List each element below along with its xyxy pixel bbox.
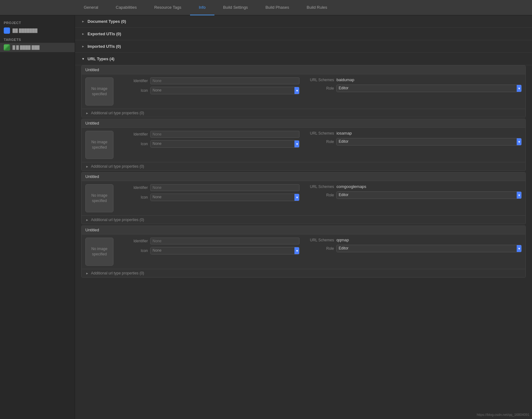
section-imported-utis[interactable]: ► Imported UTIs (0) [75, 40, 532, 53]
identifier-input-3[interactable] [150, 238, 299, 244]
url-type-header-3: Untitled [82, 226, 525, 234]
additional-props-arrow-1: ► [85, 165, 89, 168]
role-select-3[interactable]: Editor ▼ [336, 245, 522, 252]
main-layout: PROJECT ██ ███████ TARGETS █ █ ████ ███ … [0, 15, 532, 419]
right-fields-3: URL Schemes qqmap Role Editor ▼ [306, 238, 522, 254]
left-fields-3: Identifier Icon None ▼ [120, 238, 299, 254]
url-type-header-1: Untitled [82, 119, 525, 128]
targets-section-label: TARGETS [0, 35, 75, 43]
section-document-types[interactable]: ► Document Types (0) [75, 15, 532, 28]
left-fields-0: Identifier Icon None ▼ [120, 77, 299, 94]
role-row-0: Role Editor ▼ [306, 85, 522, 92]
icon-select-1[interactable]: None ▼ [150, 140, 299, 148]
url-type-header-0: Untitled [82, 66, 525, 74]
icon-select-arrow-1: ▼ [294, 140, 299, 147]
urlschemes-row-0: URL Schemes baidumap [306, 77, 522, 82]
section-exported-utis[interactable]: ► Exported UTIs (0) [75, 28, 532, 40]
tab-build-settings[interactable]: Build Settings [214, 0, 257, 15]
identifier-label-2: Identifier [120, 185, 148, 190]
urlschemes-row-3: URL Schemes qqmap [306, 238, 522, 242]
right-fields-0: URL Schemes baidumap Role Editor ▼ [306, 77, 522, 94]
additional-props-arrow-0: ► [85, 111, 89, 115]
icon-row-1: Icon None ▼ [120, 140, 299, 148]
role-label-2: Role [306, 193, 334, 197]
additional-props-label-3: Additional url type properties (0) [91, 271, 144, 275]
identifier-label-1: Identifier [120, 132, 148, 136]
tab-info[interactable]: Info [190, 0, 214, 15]
role-select-text-1: Editor [337, 138, 517, 145]
role-row-3: Role Editor ▼ [306, 245, 522, 252]
additional-props-2[interactable]: ► Additional url type properties (0) [82, 215, 525, 224]
url-type-entry-2: Untitled No image specified Identifier I… [81, 172, 526, 224]
url-type-body-2: No image specified Identifier Icon None [82, 181, 525, 215]
urlschemes-value-2: comgooglemaps [336, 184, 366, 189]
tab-general[interactable]: General [75, 0, 107, 15]
additional-props-label-0: Additional url type properties (0) [91, 111, 144, 115]
url-type-entry-3: Untitled No image specified Identifier I… [81, 225, 526, 278]
role-select-text-3: Editor [337, 245, 517, 252]
urlschemes-row-2: URL Schemes comgooglemaps [306, 184, 522, 189]
role-select-text-0: Editor [337, 85, 517, 92]
identifier-row-2: Identifier [120, 184, 299, 191]
section-title-url-types: URL Types (4) [88, 57, 114, 61]
fields-group-1: Identifier Icon None ▼ [120, 131, 522, 148]
project-icon [4, 27, 10, 34]
identifier-input-1[interactable] [150, 131, 299, 138]
role-label-1: Role [306, 140, 334, 144]
identifier-input-2[interactable] [150, 184, 299, 191]
url-type-body-1: No image specified Identifier Icon None [82, 128, 525, 162]
project-name: ██ ███████ [13, 28, 38, 33]
role-select-2[interactable]: Editor ▼ [336, 191, 522, 199]
image-placeholder-1: No image specified [85, 131, 113, 159]
sidebar-item-target[interactable]: █ █ ████ ███ [0, 43, 75, 52]
tab-bar: General Capabilities Resource Tags Info … [0, 0, 532, 15]
icon-label-2: Icon [120, 195, 148, 200]
icon-select-2[interactable]: None ▼ [150, 194, 299, 201]
additional-props-arrow-2: ► [85, 218, 89, 222]
url-type-header-2: Untitled [82, 172, 525, 181]
section-url-types[interactable]: ▼ URL Types (4) [75, 53, 532, 65]
identifier-input-0[interactable] [150, 77, 299, 84]
icon-select-text-3: None [151, 247, 294, 254]
identifier-row-1: Identifier [120, 131, 299, 138]
icon-select-text-1: None [151, 140, 294, 147]
disclosure-arrow-imported-utis: ► [81, 45, 85, 48]
icon-select-arrow-2: ▼ [294, 194, 299, 201]
tab-build-phases[interactable]: Build Phases [257, 0, 298, 15]
identifier-row-0: Identifier [120, 77, 299, 84]
url-type-body-0: No image specified Identifier Icon None [82, 74, 525, 109]
icon-select-text-0: None [151, 87, 294, 94]
tab-capabilities[interactable]: Capabilities [107, 0, 145, 15]
image-placeholder-3: No image specified [85, 238, 113, 266]
fields-group-0: Identifier Icon None ▼ [120, 77, 522, 94]
role-select-1[interactable]: Editor ▼ [336, 138, 522, 145]
url-type-body-3: No image specified Identifier Icon None [82, 234, 525, 269]
disclosure-arrow-document-types: ► [81, 20, 85, 23]
additional-props-0[interactable]: ► Additional url type properties (0) [82, 109, 525, 117]
tab-resource-tags[interactable]: Resource Tags [145, 0, 190, 15]
target-name: █ █ ████ ███ [13, 45, 40, 50]
urlschemes-label-3: URL Schemes [306, 238, 334, 242]
urlschemes-row-1: URL Schemes iosamap [306, 131, 522, 136]
role-select-arrow-1: ▼ [517, 138, 522, 145]
right-fields-2: URL Schemes comgooglemaps Role Editor ▼ [306, 184, 522, 201]
role-label-0: Role [306, 86, 334, 91]
fields-group-3: Identifier Icon None ▼ [120, 238, 522, 254]
icon-select-3[interactable]: None ▼ [150, 247, 299, 254]
additional-props-1[interactable]: ► Additional url type properties (0) [82, 162, 525, 170]
role-row-1: Role Editor ▼ [306, 138, 522, 145]
tab-build-rules[interactable]: Build Rules [298, 0, 336, 15]
urlschemes-value-0: baidumap [336, 77, 354, 82]
role-row-2: Role Editor ▼ [306, 191, 522, 199]
right-fields-1: URL Schemes iosamap Role Editor ▼ [306, 131, 522, 148]
role-select-arrow-2: ▼ [517, 192, 522, 199]
additional-props-3[interactable]: ► Additional url type properties (0) [82, 269, 525, 277]
section-title-imported-utis: Imported UTIs (0) [88, 44, 121, 49]
sidebar-item-project[interactable]: ██ ███████ [0, 26, 75, 35]
icon-label-0: Icon [120, 88, 148, 93]
role-select-0[interactable]: Editor ▼ [336, 85, 522, 92]
icon-select-0[interactable]: None ▼ [150, 87, 299, 94]
urlschemes-value-3: qqmap [336, 238, 349, 242]
icon-row-2: Icon None ▼ [120, 194, 299, 201]
disclosure-arrow-exported-utis: ► [81, 32, 85, 36]
